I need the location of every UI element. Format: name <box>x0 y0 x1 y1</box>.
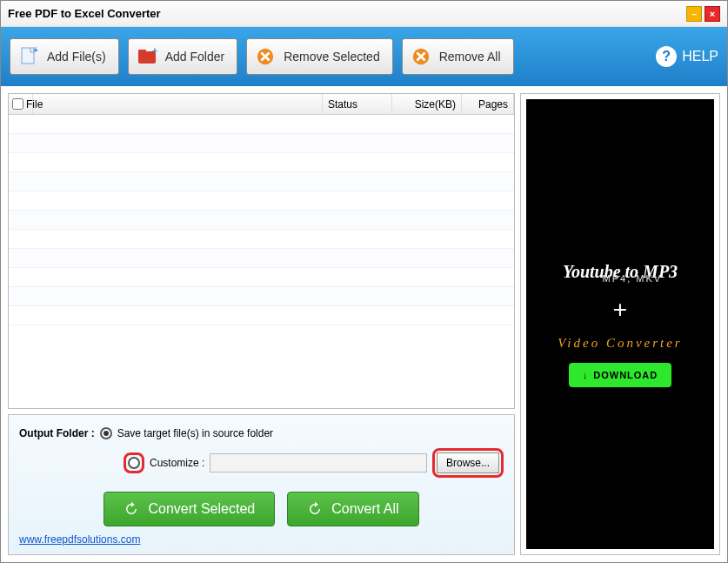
svg-rect-3 <box>138 50 146 53</box>
remove-selected-button[interactable]: Remove Selected <box>246 38 393 75</box>
close-button[interactable]: × <box>705 6 720 22</box>
add-folder-label: Add Folder <box>165 50 224 64</box>
table-row <box>9 268 514 287</box>
remove-all-label: Remove All <box>439 50 501 64</box>
file-add-icon: + <box>17 45 40 68</box>
column-checkbox[interactable]: File <box>9 94 33 114</box>
app-window: Free PDF to Excel Converter – × + Add Fi… <box>0 0 728 563</box>
table-row <box>9 287 514 306</box>
website-link[interactable]: www.freepdfsolutions.com <box>19 533 140 546</box>
minimize-button[interactable]: – <box>686 6 702 22</box>
refresh-icon <box>307 501 323 517</box>
ad-download-button[interactable]: ↓ DOWNLOAD <box>569 363 672 387</box>
svg-text:+: + <box>33 46 38 55</box>
download-arrow-icon: ↓ <box>583 370 589 380</box>
remove-all-icon <box>410 45 432 68</box>
table-row <box>9 191 514 211</box>
table-row <box>9 306 514 325</box>
help-label: HELP <box>682 49 718 64</box>
table-row <box>9 211 514 230</box>
column-size[interactable]: Size(KB) <box>392 94 462 114</box>
left-pane: File Status Size(KB) Pages <box>8 93 515 555</box>
help-button[interactable]: ? HELP <box>656 46 718 67</box>
radio-customize[interactable] <box>128 457 140 469</box>
table-row <box>9 115 514 134</box>
titlebar: Free PDF to Excel Converter – × <box>1 1 727 27</box>
radio-save-source[interactable] <box>100 427 112 439</box>
table-row <box>9 249 514 268</box>
convert-selected-label: Convert Selected <box>148 501 255 517</box>
table-row <box>9 153 514 172</box>
grid-body[interactable] <box>9 115 514 408</box>
remove-all-button[interactable]: Remove All <box>402 38 514 75</box>
plus-icon: + <box>613 296 627 324</box>
ad-videoconv: Video Converter <box>558 336 682 351</box>
convert-selected-button[interactable]: Convert Selected <box>104 492 275 526</box>
convert-all-label: Convert All <box>331 501 398 517</box>
browse-button[interactable]: Browse... <box>437 452 499 473</box>
toolbar: + Add File(s) + Add Folder Remove Select… <box>1 27 727 86</box>
window-title: Free PDF to Excel Converter <box>8 7 684 20</box>
output-path-input[interactable] <box>210 453 427 473</box>
output-folder-label: Output Folder : <box>19 427 95 439</box>
convert-all-button[interactable]: Convert All <box>287 492 418 526</box>
file-grid: File Status Size(KB) Pages <box>8 93 515 409</box>
help-icon: ? <box>656 46 677 67</box>
svg-text:+: + <box>152 46 157 56</box>
ad-download-label: DOWNLOAD <box>593 370 658 380</box>
column-pages[interactable]: Pages <box>462 94 514 114</box>
add-files-label: Add File(s) <box>47 50 106 64</box>
content-area: File Status Size(KB) Pages <box>1 86 727 562</box>
ad-content[interactable]: Youtube to MP3 MP4, MKV + Video Converte… <box>526 99 714 549</box>
save-source-label: Save target file(s) in source folder <box>117 427 273 439</box>
svg-rect-0 <box>22 48 34 64</box>
ad-panel: Youtube to MP3 MP4, MKV + Video Converte… <box>520 93 720 555</box>
select-all-checkbox[interactable] <box>12 98 23 110</box>
column-file-spacer[interactable] <box>33 94 323 114</box>
table-row <box>9 172 514 191</box>
customize-label: Customize : <box>150 457 204 469</box>
highlight-ring-browse: Browse... <box>432 448 504 478</box>
table-row <box>9 230 514 249</box>
grid-header: File Status Size(KB) Pages <box>9 94 514 115</box>
table-row <box>9 134 514 153</box>
output-panel: Output Folder : Save target file(s) in s… <box>8 414 515 555</box>
add-files-button[interactable]: + Add File(s) <box>10 38 119 75</box>
customize-row: Customize : Browse... <box>124 448 504 478</box>
ad-subtitle: MP4, MKV <box>603 273 663 284</box>
output-folder-row: Output Folder : Save target file(s) in s… <box>19 427 504 439</box>
convert-row: Convert Selected Convert All <box>19 492 504 526</box>
highlight-ring-radio <box>124 452 144 473</box>
refresh-icon <box>124 501 139 517</box>
remove-icon <box>254 45 277 68</box>
folder-add-icon: + <box>136 45 158 68</box>
column-status[interactable]: Status <box>323 94 392 114</box>
remove-selected-label: Remove Selected <box>284 50 380 64</box>
add-folder-button[interactable]: + Add Folder <box>128 38 237 75</box>
